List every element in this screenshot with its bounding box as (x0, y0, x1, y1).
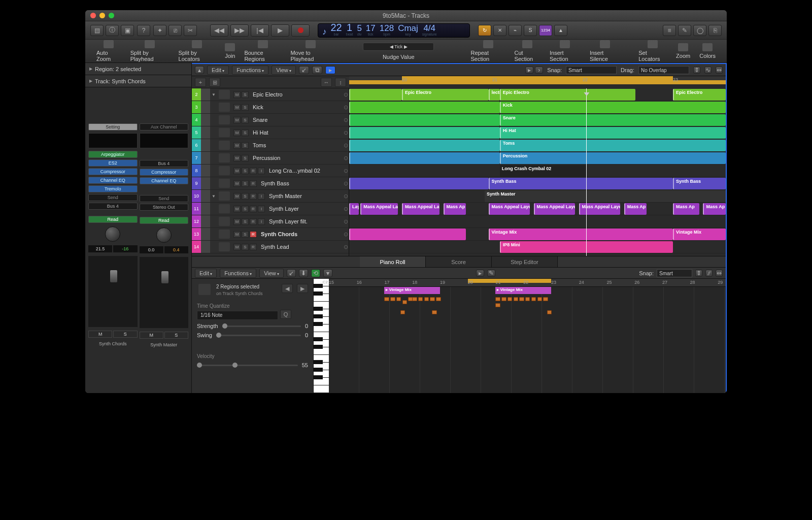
midi-in-icon[interactable]: ⬇ (299, 269, 308, 277)
piano-roll-ruler[interactable]: 151617181920212223242526272829 (329, 279, 726, 287)
mute-button[interactable]: M (88, 331, 112, 338)
bus-slot[interactable]: Bus 4 (88, 203, 138, 210)
track-header[interactable]: 4MSSnare⊙ (192, 114, 349, 126)
region[interactable]: Mass Appeal Layer (579, 203, 621, 215)
link-button[interactable]: ⧉ (312, 66, 322, 74)
track-r-button[interactable]: R (250, 193, 257, 200)
editor-functions-menu[interactable]: Functions (220, 269, 256, 278)
automation-mode[interactable]: Read (88, 216, 138, 223)
freeze-icon[interactable]: ⊙ (343, 244, 349, 250)
track-icon[interactable] (219, 217, 230, 226)
region[interactable] (349, 178, 489, 189)
vzoom-button[interactable]: ↕ (335, 78, 346, 87)
track-header[interactable]: 13MSRSynth Chords⊙ (192, 228, 349, 241)
track-color[interactable] (201, 114, 210, 126)
track-s-button[interactable]: S (242, 244, 249, 250)
toolbar-item-join[interactable]: Join (225, 43, 235, 59)
region[interactable]: Synth Bass (673, 178, 726, 189)
track-r-button[interactable]: R (250, 218, 257, 225)
track-r-button[interactable]: R (250, 231, 257, 238)
track-name[interactable]: Synth Master (267, 193, 343, 199)
toolbar-item-split-by-playhead[interactable]: Split by Playhead (130, 40, 170, 62)
region[interactable]: Epic Electro (402, 89, 489, 101)
track-m-button[interactable]: M (233, 168, 241, 174)
zoom-h-icon[interactable]: ⇔ (716, 270, 723, 277)
region[interactable]: Hi Hat (500, 127, 726, 139)
midi-note[interactable] (495, 297, 500, 301)
region-lane[interactable]: Synth BassSynth Bass (349, 177, 726, 190)
setting-slot[interactable]: Aux Channel (140, 123, 189, 131)
mute-button[interactable]: M (140, 332, 163, 339)
track-s-button[interactable]: S (242, 117, 249, 123)
track-s-button[interactable]: S (242, 218, 249, 225)
track-s-button[interactable]: S (242, 168, 249, 174)
region-lane[interactable]: Vintage MixVintage Mix (349, 228, 726, 241)
toolbar-item-insert-section[interactable]: Insert Section (550, 40, 581, 62)
track-r-button[interactable]: R (250, 244, 257, 250)
toolbar-item-bounce-regions[interactable]: Bounce Regions (244, 40, 281, 62)
media-button[interactable]: ⎘ (708, 25, 722, 36)
audio-fx-slot[interactable]: Channel EQ (140, 177, 189, 184)
midi-note[interactable] (418, 297, 423, 301)
track-s-button[interactable]: S (242, 193, 249, 200)
midi-note[interactable] (543, 297, 548, 301)
track-name[interactable]: Kick (251, 104, 343, 110)
track-icon[interactable] (219, 128, 230, 137)
inspector-button[interactable]: ⓘ (106, 25, 119, 36)
instrument-slot[interactable]: ES2 (88, 159, 138, 167)
piano-keyboard[interactable]: C2 (314, 279, 329, 393)
metronome-button[interactable]: ▲ (554, 25, 567, 36)
midi-note[interactable] (384, 297, 389, 301)
bar-ruler[interactable]: 20212223 (349, 76, 726, 84)
editor-tab-piano-roll[interactable]: Piano Roll (360, 256, 426, 267)
zoom-v-icon[interactable]: ⇕ (695, 270, 702, 277)
track-s-button[interactable]: S (242, 155, 249, 161)
track-color[interactable] (201, 190, 210, 202)
wave-zoom-icon[interactable]: ∿ (704, 67, 712, 74)
track-color[interactable] (201, 101, 210, 113)
pointer-tool[interactable]: ▸ (525, 67, 533, 74)
midi-region[interactable]: ▸ Vintage Mix (384, 287, 439, 294)
track-r-button[interactable]: R (250, 168, 257, 174)
track-header[interactable]: 14MSRSynth Lead⊙ (192, 241, 349, 253)
region-header[interactable]: Region: 2 selected (85, 63, 191, 75)
region[interactable]: Mass Ap (703, 203, 726, 215)
track-s-button[interactable]: S (242, 231, 249, 238)
send-slot[interactable]: Send (88, 194, 138, 201)
mixer-button[interactable]: ▣ (121, 25, 134, 36)
quantize-button[interactable]: Q (280, 310, 291, 319)
toolbar-item-cut-section[interactable]: Cut Section (515, 40, 540, 62)
track-name[interactable]: Synth Bass (259, 180, 343, 186)
region[interactable]: Mass Ap (673, 203, 699, 215)
freeze-icon[interactable]: ⊙ (343, 117, 349, 123)
midi-note[interactable] (430, 297, 434, 301)
region-lane[interactable] (349, 215, 726, 228)
region[interactable]: Epic Electro (500, 89, 635, 101)
freeze-icon[interactable]: ⊙ (343, 168, 349, 174)
region[interactable]: Synth Bass (489, 178, 673, 189)
track-name[interactable]: Synth Chords (259, 231, 343, 237)
volume-fader[interactable] (88, 256, 138, 327)
collapse-icon[interactable]: ⫽ (705, 270, 713, 277)
up-button[interactable]: ▴ (195, 66, 204, 74)
help-button[interactable]: ? (137, 25, 150, 36)
eq-thumbnail[interactable] (88, 133, 138, 148)
output-slot[interactable]: Stereo Out (140, 204, 189, 211)
editor-tab-score[interactable]: Score (426, 256, 492, 267)
track-m-button[interactable]: M (233, 244, 241, 250)
track-s-button[interactable]: S (242, 129, 249, 136)
track-m-button[interactable]: M (233, 193, 241, 200)
disclosure-icon[interactable]: ▼ (210, 194, 217, 199)
sliders-button[interactable]: ⎚ (168, 25, 182, 36)
midi-note[interactable] (531, 297, 536, 301)
audio-fx-slot[interactable]: Tremolo (88, 185, 138, 192)
midi-note[interactable] (501, 297, 506, 301)
region[interactable]: Mass Appeal Layer (489, 203, 530, 215)
pan-knob[interactable] (105, 226, 120, 242)
region-lane[interactable]: Long Crash Cymbal 02 (349, 165, 726, 177)
region-lane[interactable]: Toms (349, 139, 726, 152)
volume-fader[interactable] (140, 257, 189, 328)
track-s-button[interactable]: S (242, 91, 249, 98)
region[interactable] (349, 89, 402, 101)
region-area[interactable]: Epic ElectrolectroEpic ElectroEpic Elect… (349, 88, 726, 256)
